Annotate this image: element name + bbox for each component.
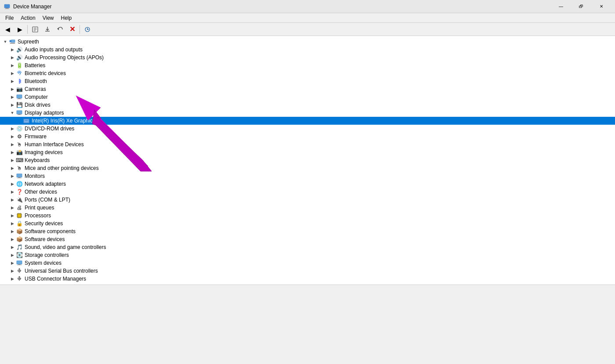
bluetooth-label: Bluetooth [25,78,47,84]
toolbar-back[interactable]: ◀ [2,24,13,35]
tree-item-other[interactable]: ❓ Other devices [0,188,615,196]
hid-expander[interactable] [9,141,16,148]
close-button[interactable]: ✕ [591,0,611,13]
system-expander[interactable] [9,259,16,267]
ports-label: Ports (COM & LPT) [25,197,70,203]
sound-expander[interactable] [9,244,16,251]
audio-inputs-expander[interactable] [9,46,16,53]
root-expander[interactable] [2,38,9,45]
cameras-expander[interactable] [9,86,16,93]
tree-item-ports[interactable]: 🔌 Ports (COM & LPT) [0,196,615,204]
tree-item-audio-processing[interactable]: 🔊 Audio Processing Objects (APOs) [0,54,615,61]
processors-label: Processors [25,213,51,219]
cameras-icon: 📷 [16,86,23,93]
toolbar-forward[interactable]: ▶ [14,24,25,35]
tree-item-keyboards[interactable]: ⌨ Keyboards [0,156,615,164]
audio-processing-expander[interactable] [9,54,16,61]
software-components-expander[interactable] [9,228,16,235]
keyboards-expander[interactable] [9,157,16,164]
mice-icon: 🖱 [16,165,23,172]
storage-icon: 💽 [16,252,23,259]
mice-expander[interactable] [9,165,16,172]
software-components-icon: 📦 [16,228,23,235]
software-devices-expander[interactable] [9,236,16,243]
tree-item-software-components[interactable]: 📦 Software components [0,227,615,235]
other-expander[interactable] [9,188,16,195]
tree-item-security[interactable]: 🔒 Security devices [0,220,615,227]
tree-item-sound[interactable]: 🎵 Sound, video and game controllers [0,243,615,251]
disk-drives-icon: 💾 [16,101,23,108]
tree-item-network[interactable]: 🌐 Network adapters [0,180,615,188]
monitors-expander[interactable] [9,173,16,180]
svg-marker-7 [57,28,59,30]
biometric-expander[interactable] [9,70,16,77]
tree-item-disk-drives[interactable]: 💾 Disk drives [0,101,615,109]
tree-item-usb-connector[interactable]: USB Connector Managers [0,275,615,283]
window-title: Device Manager [13,4,551,10]
intel-graphics-icon [23,117,30,124]
toolbar-scan[interactable] [82,24,93,35]
tree-item-biometric[interactable]: Biometric devices [0,69,615,77]
tree-item-system[interactable]: System devices [0,259,615,267]
batteries-expander[interactable] [9,62,16,69]
tree-item-monitors[interactable]: Monitors [0,172,615,180]
tree-item-firmware[interactable]: ⚙ Firmware [0,133,615,141]
toolbar-properties[interactable] [29,24,41,35]
firmware-expander[interactable] [9,133,16,140]
toolbar-rollback[interactable] [54,24,65,35]
tree-item-computer[interactable]: Computer [0,93,615,101]
root-label: Supreeth [18,39,39,45]
menu-view[interactable]: View [39,14,58,22]
tree-item-bluetooth[interactable]: Bluetooth [0,77,615,85]
tree-item-dvd[interactable]: 💿 DVD/CD-ROM drives [0,125,615,133]
tree-item-mice[interactable]: 🖱 Mice and other pointing devices [0,164,615,172]
display-icon [16,109,23,116]
toolbar-uninstall[interactable]: ✕ [66,24,78,35]
tree-item-hid[interactable]: 🖱 Human Interface Devices [0,141,615,148]
tree-item-storage[interactable]: 💽 Storage controllers [0,251,615,259]
svg-rect-1 [6,8,8,9]
processors-expander[interactable] [9,212,16,219]
usb-expander[interactable] [9,267,16,274]
tree-item-print[interactable]: 🖨 Print queues [0,204,615,212]
other-label: Other devices [25,189,57,195]
restore-button[interactable]: 🗗 [571,0,591,13]
svg-rect-26 [17,178,22,178]
tree-root-item[interactable]: Supreeth [0,38,615,46]
tree-item-display[interactable]: Display adaptors [0,109,615,117]
toolbar-update[interactable] [42,24,53,35]
ports-icon: 🔌 [16,196,23,203]
tree-item-software-devices[interactable]: 📦 Software devices [0,235,615,243]
tree-item-usb[interactable]: Universal Serial Bus controllers [0,267,615,275]
network-expander[interactable] [9,180,16,187]
display-expander[interactable] [9,109,16,116]
security-expander[interactable] [9,220,16,227]
tree-item-batteries[interactable]: 🔋 Batteries [0,61,615,69]
disk-drives-label: Disk drives [25,102,51,108]
storage-expander[interactable] [9,252,16,259]
tree-item-processors[interactable]: Processors [0,212,615,220]
tree-item-imaging[interactable]: 📸 Imaging devices [0,148,615,156]
tree-item-audio-inputs[interactable]: 🔊 Audio inputs and outputs [0,46,615,54]
print-label: Print queues [25,205,54,211]
bluetooth-expander[interactable] [9,78,16,85]
tree-item-intel-graphics[interactable]: Intel(R) Iris(R) Xe Graphics [0,117,615,125]
main-content[interactable]: Supreeth 🔊 Audio inputs and outputs 🔊 Au… [0,36,615,285]
menu-action[interactable]: Action [17,14,39,22]
toolbar: ◀ ▶ ✕ [0,23,615,36]
print-expander[interactable] [9,204,16,211]
computer-expander[interactable] [9,94,16,101]
ports-expander[interactable] [9,196,16,203]
toolbar-separator-1 [27,25,28,34]
minimize-button[interactable]: — [551,0,571,13]
imaging-expander[interactable] [9,149,16,156]
hid-label: Human Interface Devices [25,141,84,148]
disk-drives-expander[interactable] [9,101,16,108]
display-label: Display adaptors [25,110,64,116]
dvd-expander[interactable] [9,125,16,132]
menu-file[interactable]: File [2,14,17,22]
menu-help[interactable]: Help [58,14,76,22]
usb-connector-expander[interactable] [9,275,16,282]
biometric-icon [16,70,23,77]
tree-item-cameras[interactable]: 📷 Cameras [0,85,615,93]
